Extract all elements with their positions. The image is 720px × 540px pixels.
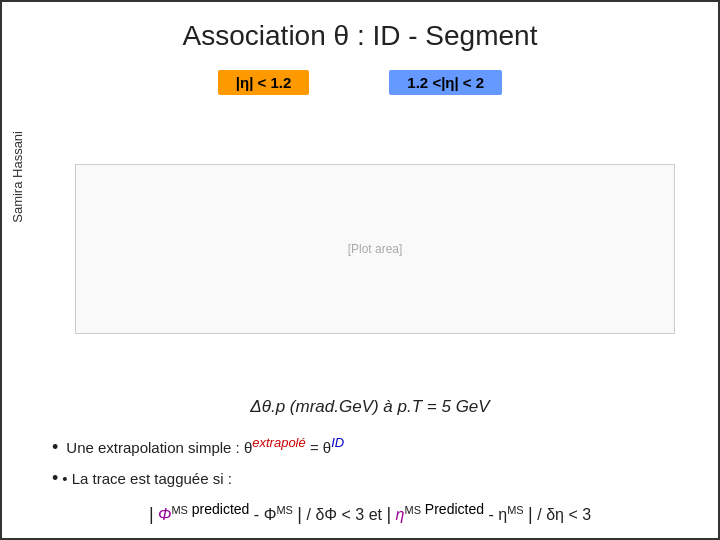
div-phi: / δΦ	[307, 506, 338, 523]
predicted-sup-2: Predicted	[421, 501, 484, 517]
extrapole-sup: extrapolé	[252, 435, 305, 450]
slide-title: Association θ : ID - Segment	[22, 20, 698, 52]
id-sup: ID	[331, 435, 344, 450]
abs-bar-4: |	[528, 504, 533, 524]
bullet1: • Une extrapolation simple : θextrapolé …	[52, 435, 688, 458]
div-eta: / δη	[537, 506, 564, 523]
bullet-dot-2: •	[52, 468, 58, 489]
labels-row: |η| < 1.2 1.2 <|η| < 2	[218, 70, 502, 95]
minus-eta: - η	[488, 506, 507, 523]
predicted-sup-1: predicted	[188, 501, 249, 517]
ms-sup-2: MS	[276, 504, 293, 516]
bullet1-prefix: Une extrapolation simple : θextrapolé = …	[66, 435, 344, 456]
slide: Association θ : ID - Segment |η| < 1.2 1…	[0, 0, 720, 540]
bottom-section: Δθ.p (mrad.GeV) à p.T = 5 GeV • Une extr…	[2, 397, 718, 538]
minus-phi: - Φ	[254, 506, 277, 523]
label-left: |η| < 1.2	[218, 70, 310, 95]
lt3-1: < 3	[342, 506, 365, 523]
abs-bar-2: |	[297, 504, 302, 524]
axis-label: Δθ.p (mrad.GeV) à p.T = 5 GeV	[52, 397, 688, 417]
et-text: et	[369, 506, 387, 523]
plot-placeholder: [Plot area]	[75, 164, 675, 334]
bullet-dot-1: •	[52, 437, 58, 458]
ms-sup-3: MS	[404, 504, 421, 516]
label-right: 1.2 <|η| < 2	[389, 70, 502, 95]
abs-bar-1: |	[149, 504, 154, 524]
formula-line: | ΦMS predicted - ΦMS | / δΦ < 3 et | ηM…	[52, 499, 688, 528]
vertical-label: Samira Hassani	[10, 131, 25, 223]
ms-sup-4: MS	[507, 504, 524, 516]
phi-symbol-1: Φ	[158, 506, 171, 523]
lt3-2: < 3	[568, 506, 591, 523]
main-content: Samira Hassani [Plot area]	[2, 101, 718, 397]
title-area: Association θ : ID - Segment	[2, 2, 718, 62]
abs-bar-3: |	[386, 504, 391, 524]
bullet2-text: • La trace est tagguée si :	[62, 470, 232, 487]
plot-area: [Plot area]	[32, 101, 718, 397]
bullet2: • • La trace est tagguée si :	[52, 468, 688, 489]
ms-sup-1: MS	[171, 504, 188, 516]
